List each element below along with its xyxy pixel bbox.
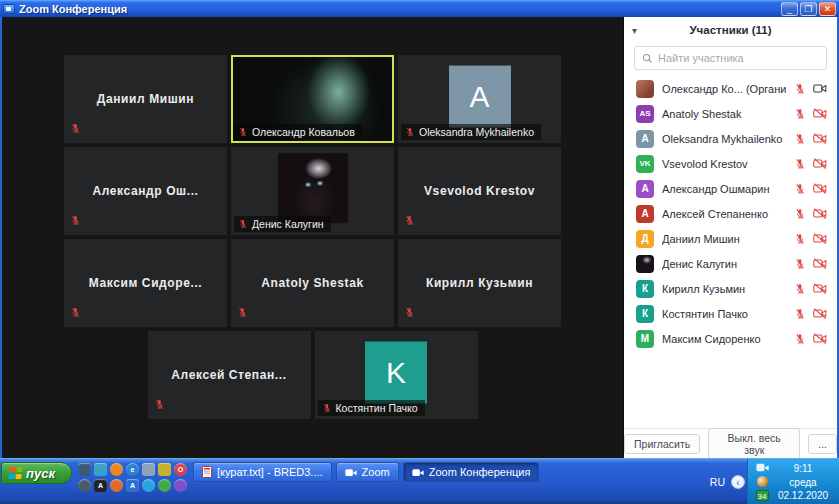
tile-participant-name: Anatoly Shestak	[231, 239, 394, 327]
participant-avatar: К	[636, 305, 654, 323]
opera-icon[interactable]: O	[174, 463, 187, 476]
viber-icon[interactable]	[174, 479, 187, 492]
participants-title: Участники (11)	[648, 24, 829, 36]
restore-button[interactable]: ❐	[800, 2, 817, 16]
tray-app-icon[interactable]	[757, 476, 768, 487]
video-tile[interactable]: Кирилл Кузьмин	[398, 239, 561, 327]
participant-row[interactable]: ККирилл Кузьмин	[624, 276, 837, 301]
participant-name: Кирилл Кузьмин	[662, 283, 786, 295]
video-tile[interactable]: AOleksandra Mykhailenko	[398, 55, 561, 143]
participant-name: Александр Ошмарин	[662, 183, 786, 195]
camera-icon	[412, 468, 424, 477]
mic-muted-icon	[237, 307, 248, 318]
participant-row[interactable]: Олександр Ко... (Организатор, я)	[624, 76, 837, 101]
tile-participant-name: Максим Сидоре...	[64, 239, 227, 327]
tile-name-label: Олександр Ковальов	[234, 124, 362, 140]
camera-on-icon	[813, 83, 827, 94]
tray-badge[interactable]: 34	[756, 490, 769, 501]
minimize-button[interactable]: _	[781, 2, 798, 16]
participant-row[interactable]: ААлексей Степаненко	[624, 201, 837, 226]
mic-muted-icon	[794, 183, 806, 195]
task-label: Zoom	[362, 466, 390, 478]
tile-name-label: Денис Калугин	[234, 216, 331, 232]
more-options-button[interactable]: ...	[808, 434, 837, 454]
taskbar-task-button[interactable]: Zoom	[336, 462, 399, 482]
start-label: пуск	[26, 466, 55, 481]
translator-icon[interactable]: A	[126, 479, 139, 492]
start-button[interactable]: пуск	[1, 462, 72, 484]
text-editor-icon[interactable]: A	[94, 479, 107, 492]
mic-muted-icon	[70, 123, 81, 134]
mic-muted-icon	[154, 399, 165, 410]
tray-collapse-icon[interactable]: ‹	[731, 475, 745, 489]
send-icon[interactable]	[142, 463, 155, 476]
tile-participant-name: Vsevolod Krestov	[398, 147, 561, 235]
firefox-icon[interactable]	[110, 479, 123, 492]
video-tile[interactable]: Алексей Степан...	[148, 331, 311, 419]
task-buttons: [курат.txt] - BRED3....ZoomZoom Конферен…	[193, 462, 539, 482]
participant-row[interactable]: VKVsevolod Krestov	[624, 151, 837, 176]
image-viewer-icon[interactable]	[94, 463, 107, 476]
video-tile[interactable]: Денис Калугин	[231, 147, 394, 235]
clock-time: 9:11	[776, 463, 830, 474]
globe-icon[interactable]	[158, 479, 171, 492]
window-titlebar: Zoom Конференция _ ❐ ✕	[0, 0, 839, 17]
monitor-icon[interactable]	[78, 463, 91, 476]
participant-row[interactable]: Денис Калугин	[624, 251, 837, 276]
video-tile[interactable]: Олександр Ковальов	[231, 55, 394, 143]
participant-row[interactable]: ДДаниил Мишин	[624, 226, 837, 251]
telegram-icon[interactable]	[142, 479, 155, 492]
participant-status-icons	[794, 233, 827, 245]
clock-day: среда	[776, 477, 830, 488]
steam-icon[interactable]	[78, 479, 91, 492]
tile-mic	[404, 304, 415, 322]
participant-name: Костянтин Пачко	[662, 308, 786, 320]
video-tile[interactable]: Anatoly Shestak	[231, 239, 394, 327]
participant-row[interactable]: ММаксим Сидоренко	[624, 326, 837, 351]
video-tile[interactable]: Максим Сидоре...	[64, 239, 227, 327]
participant-avatar	[636, 255, 654, 273]
camera-off-icon	[813, 308, 827, 319]
mic-muted-icon	[794, 83, 806, 95]
participant-row[interactable]: ASAnatoly Shestak	[624, 101, 837, 126]
participant-name: Алексей Степаненко	[662, 208, 786, 220]
camera-off-icon	[813, 133, 827, 144]
zoom-app-icon	[3, 4, 15, 14]
participant-row[interactable]: ААлександр Ошмарин	[624, 176, 837, 201]
video-grid: Даниил МишинОлександр КовальовAOleksandr…	[2, 17, 623, 419]
participant-name: Максим Сидоренко	[662, 333, 786, 345]
mute-all-button[interactable]: Выкл. весь звук	[708, 428, 800, 460]
camera-off-icon	[813, 208, 827, 219]
letter-avatar: A	[449, 66, 511, 128]
mic-muted-icon	[794, 308, 806, 320]
mic-muted-icon	[70, 307, 81, 318]
taskbar-task-button[interactable]: Zoom Конференция	[403, 462, 540, 482]
zoom-tray-camera-icon[interactable]	[756, 463, 769, 472]
participant-row[interactable]: AOleksandra Mykhailenko	[624, 126, 837, 151]
browser-icon[interactable]: e	[126, 463, 139, 476]
participant-avatar: М	[636, 330, 654, 348]
video-tile[interactable]: Даниил Мишин	[64, 55, 227, 143]
camera-off-icon	[813, 108, 827, 119]
participant-photo	[278, 153, 348, 223]
video-tile[interactable]: Александр Ош...	[64, 147, 227, 235]
camera-icon	[345, 468, 357, 477]
mic-muted-icon	[794, 233, 806, 245]
language-indicator[interactable]: RU	[704, 476, 731, 488]
taskbar-task-button[interactable]: [курат.txt] - BRED3....	[193, 462, 332, 482]
mic-muted-icon	[794, 208, 806, 220]
participant-row[interactable]: ККостянтин Пачко	[624, 301, 837, 326]
close-button[interactable]: ✕	[819, 2, 836, 16]
invite-button[interactable]: Пригласить	[624, 434, 700, 454]
video-tile[interactable]: Vsevolod Krestov	[398, 147, 561, 235]
mic-muted-icon	[794, 333, 806, 345]
tile-mic	[70, 212, 81, 230]
paint-icon[interactable]	[158, 463, 171, 476]
aimp-icon[interactable]	[110, 463, 123, 476]
desktop-screen: Zoom Конференция _ ❐ ✕ Даниил МишинОлекс…	[0, 0, 839, 504]
video-tile[interactable]: KКостянтин Пачко	[315, 331, 478, 419]
clock[interactable]: 9:11 среда 02.12.2020	[772, 461, 834, 503]
tile-participant-name: Даниил Мишин	[64, 55, 227, 143]
search-input[interactable]	[658, 52, 819, 64]
collapse-chevron-icon[interactable]: ▾	[632, 25, 648, 36]
